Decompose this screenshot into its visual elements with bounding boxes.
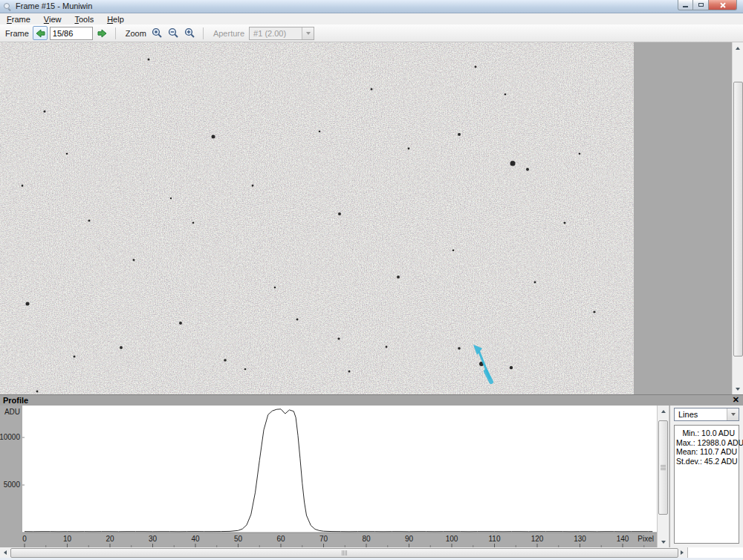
app-window: Frame #15 - Muniwin Frame View Tools Hel… [0, 0, 743, 560]
profile-mode-select[interactable]: Lines [674, 408, 739, 421]
menu-view[interactable]: View [37, 15, 68, 24]
scroll-right-button[interactable] [677, 547, 687, 558]
menu-help[interactable]: Help [100, 15, 131, 24]
svg-text:10: 10 [63, 535, 72, 543]
triangle-right-icon [681, 550, 684, 555]
zoom-out-icon [168, 27, 179, 39]
toolbar-separator [115, 27, 116, 39]
profile-panel-title: Profile [3, 396, 28, 405]
profile-side-panel: Lines Min.: 10.0 ADUMax.: 12988.0 ADUMea… [670, 406, 743, 547]
menu-frame[interactable]: Frame [0, 15, 37, 24]
frame-number-input[interactable] [50, 27, 93, 40]
scroll-down-button[interactable] [658, 536, 669, 547]
stat-line: Min.: 10.0 ADU [676, 429, 735, 438]
arrow-right-icon [97, 29, 108, 38]
svg-text:20: 20 [106, 535, 114, 543]
next-frame-button[interactable] [95, 26, 110, 40]
profile-stats-box: Min.: 10.0 ADUMax.: 12988.0 ADUMean: 110… [674, 425, 739, 544]
svg-text:100: 100 [446, 535, 458, 543]
triangle-down-icon [736, 388, 740, 391]
window-controls [678, 0, 737, 10]
aperture-value: #1 (2.00) [250, 29, 302, 38]
svg-text:80: 80 [362, 535, 371, 543]
triangle-up-icon [736, 47, 740, 50]
frame-toolbar-label: Frame [5, 29, 29, 38]
profile-panel-header: Profile ✕ [0, 394, 743, 406]
stat-line: Max.: 12988.0 ADU [676, 438, 735, 448]
bottom-scroll-row [0, 547, 743, 558]
minimize-icon [683, 6, 688, 7]
svg-text:0: 0 [22, 535, 27, 543]
svg-text:50: 50 [234, 535, 243, 543]
profile-chart: ADU5000100000102030405060708090100110120… [0, 406, 657, 547]
image-vscroll-thumb[interactable] [733, 82, 743, 356]
toolbar-separator [203, 27, 204, 39]
scroll-down-button[interactable] [733, 383, 743, 394]
app-magnifier-icon [3, 2, 12, 11]
triangle-down-icon [661, 541, 666, 544]
triangle-up-icon [661, 410, 666, 413]
window-title: Frame #15 - Muniwin [16, 1, 92, 10]
svg-text:140: 140 [617, 535, 629, 543]
stat-line: Mean: 110.7 ADU [676, 447, 735, 457]
svg-text:70: 70 [319, 535, 328, 543]
stat-line: St.dev.: 45.2 ADU [676, 457, 735, 466]
image-horizontal-scrollbar[interactable] [0, 547, 687, 558]
svg-text:60: 60 [276, 535, 285, 543]
image-vertical-scrollbar[interactable] [732, 42, 743, 394]
svg-text:5000: 5000 [4, 481, 21, 489]
svg-text:130: 130 [574, 535, 586, 543]
profile-mode-value: Lines [675, 410, 727, 419]
image-hscroll-thumb[interactable] [10, 548, 678, 558]
svg-text:Pixel: Pixel [637, 535, 654, 543]
minimize-button[interactable] [678, 0, 693, 10]
zoom-fit-icon [152, 27, 163, 39]
chevron-down-icon [302, 27, 314, 39]
aperture-select: #1 (2.00) [249, 27, 314, 40]
profile-vscroll-thumb[interactable] [658, 420, 668, 515]
zoom-toolbar-label: Zoom [126, 29, 146, 38]
zoom-in-icon [184, 27, 195, 39]
aperture-toolbar-label: Aperture [213, 29, 244, 38]
svg-text:30: 30 [149, 535, 158, 543]
scroll-grip-icon [342, 550, 348, 556]
arrow-left-icon [35, 29, 45, 38]
scroll-up-button[interactable] [733, 42, 743, 53]
maximize-button[interactable] [693, 0, 709, 10]
profile-panel-body: ADU5000100000102030405060708090100110120… [0, 406, 743, 547]
scroll-grip-icon [661, 465, 666, 471]
previous-frame-button[interactable] [33, 26, 48, 40]
star-field-image[interactable] [0, 42, 634, 394]
close-button[interactable] [709, 0, 737, 10]
triangle-left-icon [4, 550, 7, 555]
svg-text:40: 40 [191, 535, 200, 543]
menu-tools[interactable]: Tools [68, 15, 100, 24]
maximize-icon [698, 3, 704, 7]
scrollbar-corner-filler [687, 547, 743, 558]
svg-text:ADU: ADU [4, 408, 20, 416]
svg-text:90: 90 [405, 535, 414, 543]
chevron-down-icon[interactable] [727, 408, 739, 420]
profile-close-icon[interactable]: ✕ [733, 395, 739, 405]
menubar: Frame View Tools Help [0, 13, 743, 25]
svg-text:110: 110 [489, 535, 501, 543]
titlebar[interactable]: Frame #15 - Muniwin [0, 0, 743, 13]
scroll-up-button[interactable] [658, 406, 669, 417]
image-noise-texture [0, 42, 634, 394]
zoom-in-button[interactable] [183, 26, 198, 40]
frame-image-area[interactable] [0, 42, 743, 394]
toolbar: Frame Zoom [0, 25, 743, 42]
zoom-fit-button[interactable] [150, 26, 165, 40]
scroll-left-button[interactable] [0, 547, 10, 558]
profile-vertical-scrollbar[interactable] [657, 406, 669, 547]
zoom-out-button[interactable] [166, 26, 181, 40]
svg-text:10000: 10000 [0, 433, 20, 441]
svg-text:120: 120 [531, 535, 544, 543]
